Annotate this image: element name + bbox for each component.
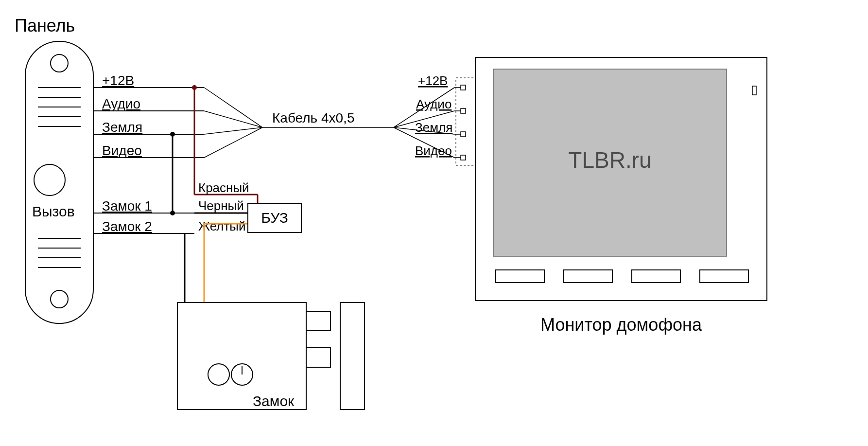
lock-label: Замок bbox=[253, 393, 295, 409]
monitor-term-ground: Земля bbox=[415, 120, 452, 135]
buz-device: БУЗ bbox=[248, 203, 301, 232]
wire-red: Красный bbox=[192, 85, 258, 203]
cable-label: Кабель 4х0,5 bbox=[272, 110, 354, 125]
svg-rect-28 bbox=[456, 78, 475, 165]
panel-title: Панель bbox=[15, 16, 75, 36]
svg-point-1 bbox=[51, 54, 68, 72]
svg-line-20 bbox=[204, 111, 262, 127]
panel-device: Панель Вызов bbox=[15, 16, 93, 323]
buz-label: БУЗ bbox=[261, 210, 288, 226]
monitor-term-video: Видео bbox=[415, 143, 452, 158]
panel-wire-12v: +12В bbox=[102, 73, 134, 88]
monitor-screen-text: TLBR.ru bbox=[568, 147, 651, 173]
panel-wire-video: Видео bbox=[102, 143, 142, 158]
svg-line-21 bbox=[204, 127, 262, 134]
panel-wire-lock1: Замок 1 bbox=[102, 198, 152, 214]
svg-line-22 bbox=[204, 127, 262, 158]
panel-wire-labels: +12В Аудио Земля Видео Замок 1 Замок 2 bbox=[93, 73, 204, 234]
svg-point-7 bbox=[34, 164, 65, 196]
panel-wire-lock2: Замок 2 bbox=[102, 219, 152, 234]
wire-yellow: Желтый bbox=[198, 219, 248, 303]
wire-black: Черный bbox=[170, 132, 248, 215]
monitor-title: Монитор домофона bbox=[540, 315, 702, 335]
monitor-button-3 bbox=[632, 270, 680, 283]
panel-wire-ground: Земля bbox=[102, 120, 142, 135]
svg-rect-0 bbox=[25, 41, 93, 323]
monitor-button-2 bbox=[564, 270, 612, 283]
svg-rect-56 bbox=[306, 348, 330, 367]
monitor-terminal-block bbox=[454, 78, 475, 165]
panel-wire-audio: Аудио bbox=[102, 96, 140, 111]
monitor-button-1 bbox=[496, 270, 544, 283]
monitor-terminal-labels: +12В Аудио Земля Видео bbox=[415, 73, 452, 158]
wiring-diagram: Панель Вызов +12В Аудио Земля Видео Замо… bbox=[0, 0, 868, 446]
wire-yellow-label: Желтый bbox=[198, 219, 246, 233]
svg-point-12 bbox=[51, 290, 68, 308]
wire-black-label: Черный bbox=[198, 198, 244, 213]
wire-red-label: Красный bbox=[198, 180, 249, 195]
lock-device: Замок bbox=[177, 303, 365, 410]
monitor-term-audio: Аудио bbox=[416, 97, 451, 111]
call-button-label: Вызов bbox=[32, 203, 75, 219]
monitor-button-4 bbox=[700, 270, 748, 283]
svg-rect-55 bbox=[306, 311, 330, 331]
svg-rect-57 bbox=[340, 303, 365, 410]
monitor-term-12v: +12В bbox=[418, 73, 448, 88]
svg-line-19 bbox=[204, 88, 262, 127]
svg-point-45 bbox=[170, 211, 175, 215]
monitor-device: TLBR.ru Монитор домофона bbox=[475, 57, 767, 335]
svg-rect-38 bbox=[752, 86, 756, 95]
